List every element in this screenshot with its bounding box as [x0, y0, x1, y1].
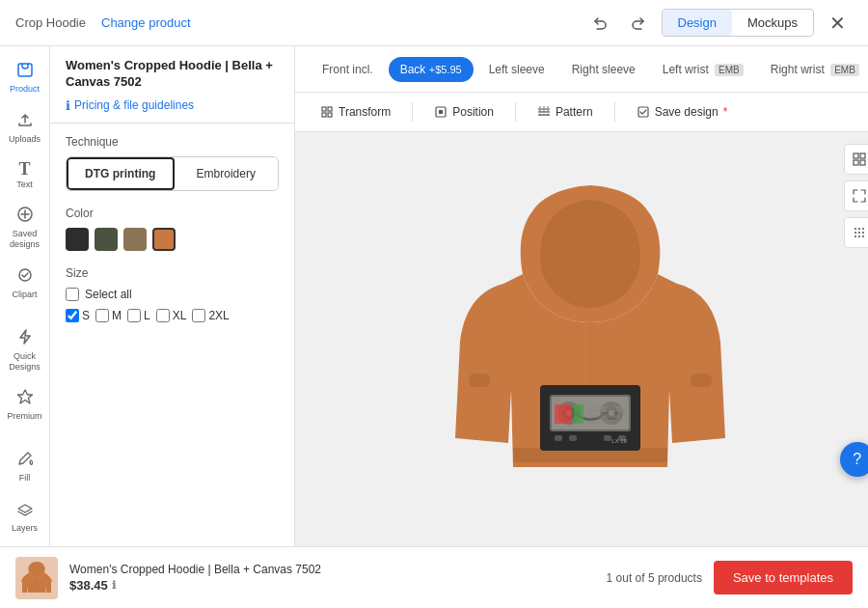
size-2xl-checkbox[interactable]: [192, 309, 205, 322]
embroidery-button[interactable]: Embroidery: [175, 157, 279, 190]
sidebar-item-saved[interactable]: Saved designs: [3, 199, 47, 256]
size-section: Size Select all S M L: [50, 266, 294, 338]
canvas-toolbar: Transform Position Pattern Save design*: [295, 93, 868, 132]
color-swatch-army[interactable]: [95, 228, 118, 251]
sidebar-item-product[interactable]: Product: [3, 54, 47, 100]
product-title: Women's Cropped Hoodie | Bella + Canvas …: [50, 46, 294, 95]
size-xl-label: XL: [173, 309, 187, 322]
color-section: Color: [50, 207, 294, 266]
fill-icon: [15, 449, 35, 471]
saved-label: Saved designs: [7, 229, 43, 250]
size-s-checkbox[interactable]: [66, 309, 79, 322]
tab-front[interactable]: Front incl.: [311, 57, 385, 82]
transform-label: Transform: [339, 105, 391, 119]
redo-button[interactable]: [623, 8, 654, 39]
svg-rect-16: [854, 153, 858, 158]
left-wrist-emb-badge: EMB: [715, 64, 744, 76]
size-m-checkbox[interactable]: [95, 309, 109, 322]
select-all-row: Select all: [66, 288, 279, 301]
svg-point-28: [862, 235, 864, 237]
required-marker: *: [723, 105, 728, 119]
sidebar-item-clipart[interactable]: Clipart: [3, 260, 47, 306]
select-all-label[interactable]: Select all: [85, 288, 132, 301]
size-l-checkbox[interactable]: [127, 309, 141, 322]
product-info: Women's Cropped Hoodie | Bella + Canvas …: [69, 563, 321, 593]
main-layout: Product Uploads T Text Saved designs: [0, 46, 868, 546]
sidebar-item-uploads[interactable]: Uploads: [3, 104, 47, 151]
right-wrist-emb-badge: EMB: [830, 64, 859, 76]
tool-separator-2: [515, 102, 516, 122]
size-xl: XL: [156, 309, 187, 322]
position-button[interactable]: Position: [424, 100, 503, 124]
sidebar-item-quick-designs[interactable]: Quick Designs: [3, 321, 47, 378]
undo-button[interactable]: [584, 8, 615, 39]
tab-back[interactable]: Back +$5.95: [389, 57, 474, 82]
left-panel: Women's Cropped Hoodie | Bella + Canvas …: [50, 46, 295, 546]
layers-icon: [15, 499, 35, 521]
svg-rect-4: [328, 107, 332, 111]
bottom-bar: Women's Cropped Hoodie | Bella + Canvas …: [0, 546, 868, 608]
top-bar-right: Design Mockups ✕: [584, 8, 854, 39]
dtg-printing-button[interactable]: DTG printing: [67, 157, 175, 190]
svg-point-22: [862, 228, 864, 230]
pricing-link-text[interactable]: Pricing & file guidelines: [74, 98, 194, 112]
change-product-link[interactable]: Change product: [101, 15, 191, 30]
fullscreen-icon: [853, 189, 866, 203]
dots-icon: [853, 226, 866, 239]
quick-designs-icon: [15, 327, 35, 349]
svg-rect-5: [322, 113, 326, 117]
svg-rect-45: [585, 420, 614, 424]
grid-icon: [853, 152, 866, 166]
help-button[interactable]: ?: [840, 442, 868, 477]
sidebar-item-layers[interactable]: Layers: [3, 493, 47, 539]
pattern-button[interactable]: Pattern: [528, 100, 603, 124]
premium-label: Premium: [7, 411, 41, 422]
mockups-tab-btn[interactable]: Mockups: [732, 10, 813, 36]
transform-button[interactable]: Transform: [311, 100, 400, 124]
pricing-link[interactable]: ℹ Pricing & file guidelines: [50, 95, 294, 123]
sidebar-item-premium[interactable]: Premium: [3, 381, 47, 428]
color-swatch-black[interactable]: [66, 228, 89, 251]
tab-left-sleeve[interactable]: Left sleeve: [477, 57, 556, 82]
premium-icon: [15, 387, 35, 409]
select-all-checkbox[interactable]: [66, 288, 79, 301]
back-price-badge: +$5.95: [429, 64, 462, 75]
size-xl-checkbox[interactable]: [156, 309, 170, 322]
thumb-hoodie-icon: [18, 560, 55, 596]
fullscreen-button[interactable]: [844, 180, 868, 211]
top-bar-left: Crop Hoodie Change product: [15, 15, 191, 30]
pattern-label: Pattern: [556, 105, 593, 119]
close-button[interactable]: ✕: [822, 8, 853, 39]
size-l-label: L: [144, 309, 150, 322]
grid-view-button[interactable]: [844, 144, 868, 175]
product-label: Product: [10, 84, 40, 95]
save-design-button[interactable]: Save design*: [627, 100, 738, 124]
sidebar-item-fill[interactable]: Fill: [3, 443, 47, 489]
tab-left-wrist[interactable]: Left wrist EMB: [651, 57, 755, 82]
svg-rect-19: [860, 160, 865, 165]
color-swatch-brown[interactable]: [123, 228, 147, 251]
tool-separator-1: [412, 102, 413, 122]
svg-point-23: [854, 232, 856, 234]
product-thumbnail: [15, 557, 58, 599]
technique-label: Technique: [50, 135, 294, 156]
svg-text:LX 18: LX 18: [612, 438, 628, 444]
text-label: Text: [16, 180, 33, 190]
sidebar-item-text[interactable]: T Text: [3, 154, 47, 196]
hoodie-svg: LX 18: [446, 168, 735, 511]
bottom-product-name: Women's Cropped Hoodie | Bella + Canvas …: [69, 563, 321, 576]
svg-rect-48: [604, 435, 611, 441]
canvas-side-tools: [844, 144, 868, 248]
canvas-area: Front incl. Back +$5.95 Left sleeve Righ…: [295, 46, 868, 546]
save-templates-button[interactable]: Save to templates: [714, 561, 853, 594]
size-m: M: [95, 309, 122, 322]
dots-grid-button[interactable]: [844, 217, 868, 248]
tab-right-wrist[interactable]: Right wrist EMB: [759, 57, 868, 82]
text-icon: T: [18, 160, 30, 178]
svg-point-20: [854, 228, 856, 230]
tab-right-sleeve[interactable]: Right sleeve: [560, 57, 647, 82]
design-mockup-toggle: Design Mockups: [662, 9, 815, 37]
design-tab-btn[interactable]: Design: [663, 10, 732, 36]
product-count: 1 out of 5 products: [607, 571, 702, 585]
color-swatch-orange[interactable]: [152, 228, 176, 251]
